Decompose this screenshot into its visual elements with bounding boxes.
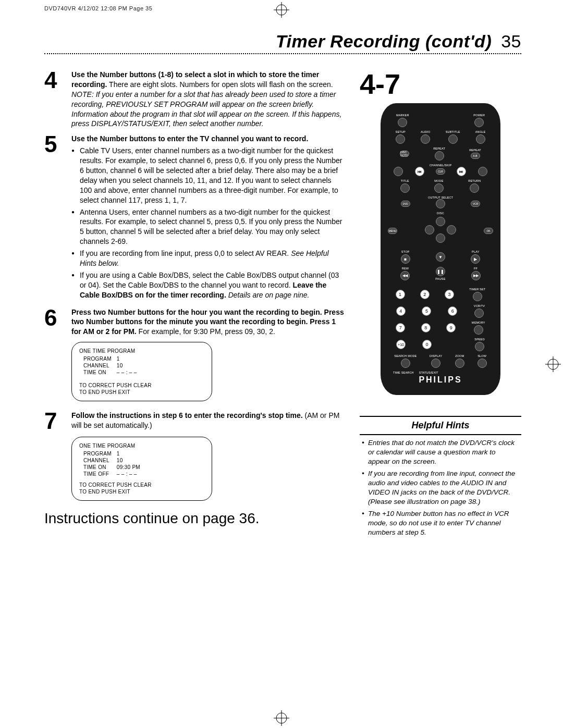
btn-prev: ⏮ — [415, 167, 424, 176]
lbl: TITLE — [401, 179, 409, 182]
step-body: Press two Number buttons for the hour yo… — [71, 307, 344, 337]
lbl: SUBTITLE — [446, 130, 460, 133]
crop-mark-top — [274, 2, 289, 18]
screen-title: ONE TIME PROGRAM — [79, 348, 204, 354]
list-item: The +10 Number button has no effect in V… — [362, 509, 519, 538]
btn — [401, 359, 410, 368]
btn-menu: MENU — [388, 228, 397, 234]
lbl: PLAY — [472, 250, 479, 253]
cell: 1 — [117, 450, 145, 457]
screen-table: PROGRAM1 CHANNEL10 TIME ON09:30 PM TIME … — [83, 450, 145, 477]
lbl: ZOOM — [455, 354, 464, 357]
cell: CHANNEL — [83, 362, 117, 369]
lbl: REW — [402, 267, 409, 270]
btn-num: 2 — [420, 290, 430, 299]
crop-mark-right — [545, 356, 561, 372]
step6-rest: For example, for 9:30 PM, press 09, 30, … — [137, 327, 275, 336]
lbl: SPEED — [474, 338, 485, 341]
btn — [396, 134, 405, 144]
btn-stop: ■ — [401, 254, 410, 264]
cell: PROGRAM — [83, 355, 117, 362]
step-number: 6 — [44, 307, 65, 337]
btn — [475, 342, 484, 351]
btn — [455, 359, 464, 368]
cell: CHANNEL — [83, 457, 117, 464]
cell: 10 — [117, 362, 142, 369]
lbl: VCR/TV — [474, 304, 485, 307]
step-body: Follow the instructions in step 6 to ent… — [71, 411, 344, 431]
lbl: SLOW — [478, 354, 486, 357]
lbl-power: POWER — [473, 114, 485, 117]
btn-play: ▶ — [471, 254, 480, 264]
list-item: If you are recording from line input, pr… — [71, 249, 344, 268]
cell: – – : – – — [117, 369, 142, 376]
lbl: RETURN — [468, 179, 481, 182]
step-4: 4 Use the Number buttons (1-8) to select… — [44, 70, 344, 129]
screen-table: PROGRAM1 CHANNEL10 TIME ON– – : – – — [83, 355, 142, 376]
screen-title: ONE TIME PROGRAM — [79, 442, 204, 449]
table-row: PROGRAM1 — [83, 450, 145, 457]
lbl-marker: MARKER — [396, 114, 409, 117]
lbl: SEARCH MODE — [394, 354, 417, 357]
btn-num: 3 — [445, 290, 454, 299]
lbl: REPEAT — [469, 149, 481, 152]
continue-text: Instructions continue on page 36. — [44, 510, 344, 527]
btn-rew: ◀◀ — [400, 271, 410, 280]
title-rule — [44, 53, 521, 54]
step4-rest: There are eight slots. Numbers for open … — [107, 80, 333, 89]
screen-box-1: ONE TIME PROGRAM PROGRAM1 CHANNEL10 TIME… — [71, 342, 212, 401]
bullet-text: Antenna Users, enter channel numbers as … — [80, 208, 342, 246]
btn — [478, 359, 487, 368]
step-range: 4-7 — [360, 68, 521, 100]
print-header: DVD740VR 4/12/02 12:08 PM Page 35 — [44, 5, 152, 11]
btn-vcr: VCR — [471, 201, 480, 207]
btn-up — [436, 217, 445, 226]
page-content: Timer Recording (cont'd) 35 4 Use the Nu… — [44, 31, 521, 697]
remote-brand: PHILIPS — [381, 375, 500, 385]
btn-plus10: +10 — [396, 340, 406, 349]
helpful-hints: Helpful Hints Entries that do not match … — [360, 416, 521, 542]
step-5: 5 Use the Number buttons to enter the TV… — [44, 134, 344, 302]
bullet-text-italic: Details are on page nine. — [226, 291, 310, 299]
btn-clr: CLR — [436, 168, 445, 175]
cell: TIME OFF — [83, 471, 117, 477]
btn — [474, 309, 484, 318]
btn-next: ⏭ — [457, 167, 466, 176]
btn-right — [447, 225, 456, 235]
lbl: ANGLE — [475, 130, 486, 133]
title-text: Timer Recording (cont'd) — [276, 31, 492, 51]
dpad — [425, 217, 456, 243]
hint-text: Entries that do not match the DVD/VCR's … — [368, 439, 515, 465]
step-7: 7 Follow the instructions in step 6 to e… — [44, 411, 344, 431]
step-body: Use the Number buttons (1-8) to select a… — [71, 70, 344, 129]
btn-discgoto: DISC GOTO — [400, 151, 409, 157]
lbl: STATUS/EXIT — [419, 371, 438, 374]
step7-bold: Follow the instructions in step 6 to ent… — [71, 411, 303, 419]
helpful-list: Entries that do not match the DVD/VCR's … — [360, 435, 521, 542]
table-row: CHANNEL10 — [83, 457, 145, 464]
screen-footer: TO END PUSH EXIT — [79, 389, 204, 396]
step5-bold: Use the Number buttons to enter the TV c… — [71, 134, 308, 143]
list-item: Cable TV Users, enter channel numbers as… — [71, 146, 344, 205]
btn — [394, 167, 403, 176]
btn — [400, 183, 410, 193]
cell: 09:30 PM — [117, 464, 145, 471]
lbl: MODE — [434, 179, 443, 182]
step-number: 5 — [44, 134, 65, 302]
lbl: TIMER SET — [469, 288, 485, 291]
btn — [478, 167, 487, 176]
table-row: TIME OFF– – : – – — [83, 471, 145, 477]
hint-text: If you are recording from line input, co… — [368, 470, 515, 506]
lbl: AUDIO — [421, 130, 430, 133]
btn-num: 5 — [422, 306, 431, 316]
page-number: 35 — [501, 31, 521, 51]
btn-ab: A-B — [471, 153, 480, 159]
btn-ok: OK — [484, 228, 493, 234]
btn-num: 8 — [421, 323, 431, 332]
cell: TIME ON — [83, 369, 117, 376]
lbl: FF — [474, 267, 478, 270]
cell: TIME ON — [83, 464, 117, 471]
btn: ▼ — [436, 252, 445, 262]
step-body: Use the Number buttons to enter the TV c… — [71, 134, 344, 302]
btn — [474, 325, 483, 335]
